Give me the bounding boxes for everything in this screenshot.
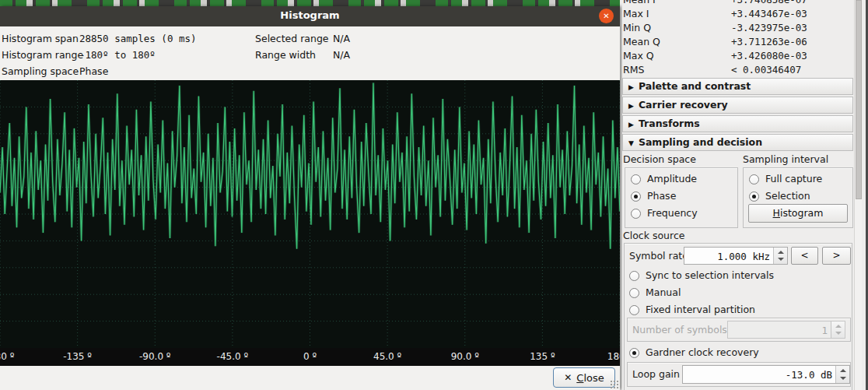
stat-label: Mean I xyxy=(623,0,656,7)
window-close-button[interactable]: ✕ xyxy=(599,9,614,23)
histogram-span-label: Histogram span xyxy=(2,33,79,45)
resize-grip[interactable] xyxy=(610,380,619,389)
radio-manual[interactable]: Manual xyxy=(629,286,681,298)
symbol-rate-label: Symbol rate xyxy=(629,250,688,262)
close-icon: ✕ xyxy=(603,12,609,20)
stat-row: Mean Q +3.711263e-06 xyxy=(622,35,852,49)
number-of-symbols-label: Number of symbols xyxy=(632,324,727,336)
stat-row: Max Q +3.426080e-03 xyxy=(622,49,852,63)
stat-value: +3.711263e-06 xyxy=(731,35,807,49)
section-carrier-recovery[interactable]: ▶Carrier recovery xyxy=(622,97,853,114)
symbol-rate-spinbox[interactable]: 1.000 kHz xyxy=(684,247,788,265)
spin-down-icon xyxy=(835,332,842,335)
sampling-space-label: Sampling space xyxy=(2,65,79,78)
radio-icon xyxy=(749,174,759,184)
loop-gain-spinbox[interactable]: -13.0 dB xyxy=(682,365,850,384)
close-button-label: Close xyxy=(576,372,604,384)
radio-fixed-interval-partition[interactable]: Fixed interval partition xyxy=(629,304,755,315)
loop-gain-value: -13.0 dB xyxy=(786,369,832,381)
stat-row: Max I +3.443467e-03 xyxy=(622,7,852,21)
stat-value: -3.423975e-03 xyxy=(731,21,807,35)
x-tick-label: -180 º xyxy=(0,351,14,362)
histogram-x-axis: -180 º-135 º-90.0 º-45.0 º0 º45.0 º90.0 … xyxy=(0,348,620,366)
stat-label: RMS xyxy=(623,63,644,77)
radio-checked-icon xyxy=(629,348,639,358)
histogram-info-bar: Histogram span28850 samples (0 ms) Histo… xyxy=(0,26,620,80)
section-sampling-and-decision[interactable]: ▼Sampling and decision xyxy=(622,134,853,151)
section-palette-and-contrast[interactable]: ▶Palette and contrast xyxy=(622,78,853,95)
decision-space-title: Decision space xyxy=(623,153,696,166)
histogram-range-label: Histogram range xyxy=(2,49,79,61)
scrollbar-thumb[interactable] xyxy=(856,0,862,199)
stat-label: Min Q xyxy=(623,21,651,35)
clock-source-title: Clock source xyxy=(623,230,684,242)
radio-frequency[interactable]: Frequency xyxy=(631,207,698,219)
x-tick-label: 45.0 º xyxy=(373,351,401,362)
radio-selection[interactable]: Selection xyxy=(749,190,810,202)
panel-scrollbar[interactable] xyxy=(854,0,862,390)
x-tick-label: -45.0 º xyxy=(217,351,249,362)
radio-icon xyxy=(629,288,639,298)
stat-value: < 0.00346407 xyxy=(731,63,801,77)
dialog-footer: ✕ Close xyxy=(0,366,620,390)
stat-label: Max I xyxy=(623,7,649,21)
spin-down-icon xyxy=(778,258,784,261)
stat-label: Max Q xyxy=(623,49,654,63)
histogram-button[interactable]: Histogram xyxy=(748,204,848,223)
inspector-panel: Mean I +3.740858e-07 Max I +3.443467e-03… xyxy=(622,0,868,390)
radio-amplitude[interactable]: Amplitude xyxy=(631,173,697,184)
prev-symbol-button[interactable]: < xyxy=(791,247,818,265)
x-tick-label: 0 º xyxy=(303,351,317,362)
background-app-strip xyxy=(0,0,620,6)
chevron-right-icon: ▶ xyxy=(628,117,634,132)
chevron-right-icon: ▶ xyxy=(628,79,634,95)
histogram-range-value: -180º to 180º xyxy=(79,49,156,61)
radio-icon xyxy=(629,305,639,315)
selected-range-label: Selected range xyxy=(255,33,333,45)
radio-gardner-clock-recovery[interactable]: Gardner clock recovery xyxy=(629,346,759,358)
stat-row: Mean I +3.740858e-07 xyxy=(622,0,852,7)
spin-up-icon xyxy=(840,369,846,372)
selected-range-value: N/A xyxy=(333,33,350,44)
number-of-symbols-value: 1 xyxy=(821,324,828,336)
stat-value: +3.443467e-03 xyxy=(731,7,807,21)
spinner[interactable] xyxy=(773,248,787,264)
stat-label: Mean Q xyxy=(623,35,660,49)
symbol-rate-value: 1.000 kHz xyxy=(717,250,770,262)
chevron-down-icon: ▼ xyxy=(628,135,634,151)
x-tick-label: -135 º xyxy=(63,351,92,362)
histogram-dialog: Histogram ✕ Histogram span28850 samples … xyxy=(0,6,620,390)
radio-icon xyxy=(631,209,641,219)
radio-full-capture[interactable]: Full capture xyxy=(749,173,822,184)
radio-icon xyxy=(631,174,641,184)
histogram-span-value: 28850 samples (0 ms) xyxy=(79,33,197,44)
sampling-interval-title: Sampling interval xyxy=(743,153,828,166)
spin-down-icon xyxy=(840,377,846,380)
section-transforms[interactable]: ▶Transforms xyxy=(622,115,853,132)
radio-checked-icon xyxy=(749,191,759,202)
close-button[interactable]: ✕ Close xyxy=(553,367,615,388)
range-width-value: N/A xyxy=(333,49,350,61)
radio-sync-to-selection[interactable]: Sync to selection intervals xyxy=(629,269,774,281)
x-tick-label: 180 º xyxy=(607,351,620,362)
stat-row: Min Q -3.423975e-03 xyxy=(622,21,852,35)
radio-icon xyxy=(629,271,639,281)
x-tick-label: 135 º xyxy=(530,351,555,362)
histogram-plot[interactable] xyxy=(0,80,620,348)
stat-value: +3.740858e-07 xyxy=(731,0,807,7)
spin-up-icon xyxy=(835,325,842,328)
x-tick-label: -90.0 º xyxy=(139,351,171,362)
range-width-label: Range width xyxy=(255,49,333,61)
stat-value: +3.426080e-03 xyxy=(731,49,807,63)
dialog-title: Histogram xyxy=(0,9,620,21)
sampling-space-value: Phase xyxy=(79,65,108,77)
stat-row: RMS < 0.00346407 xyxy=(622,63,852,77)
spinner[interactable] xyxy=(835,366,849,383)
dialog-titlebar[interactable]: Histogram ✕ xyxy=(0,6,620,26)
radio-phase[interactable]: Phase xyxy=(631,190,676,202)
spin-up-icon xyxy=(778,251,784,254)
next-symbol-button[interactable]: > xyxy=(822,247,851,265)
spinner xyxy=(831,321,845,338)
radio-checked-icon xyxy=(631,191,641,202)
chevron-right-icon: ▶ xyxy=(628,98,634,114)
